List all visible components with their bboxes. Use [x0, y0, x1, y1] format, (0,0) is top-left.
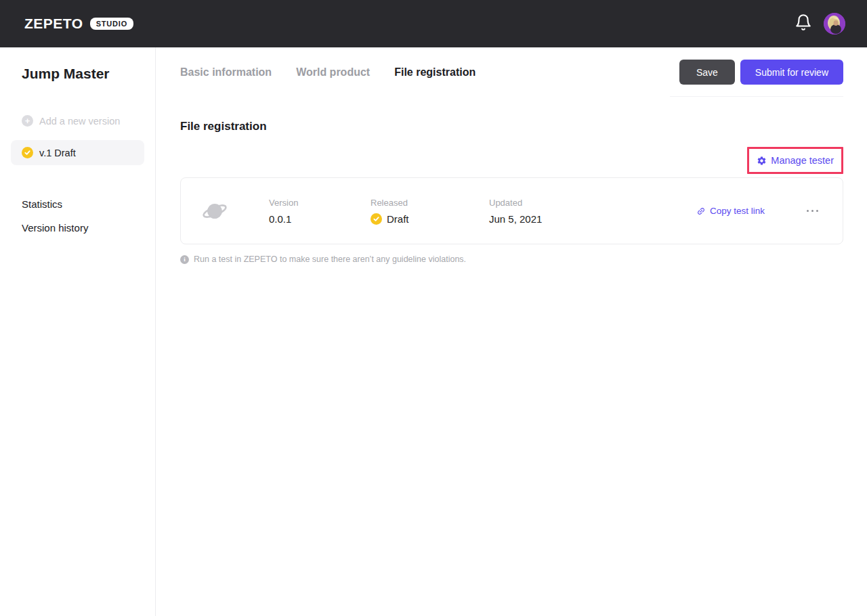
sidebar-item-version-draft[interactable]: v.1 Draft [11, 140, 144, 165]
save-button[interactable]: Save [679, 60, 735, 85]
version-column: Version 0.0.1 [269, 198, 371, 225]
status-badge: Draft [371, 213, 489, 225]
plus-circle-icon: + [22, 115, 33, 127]
manage-tester-row: Manage tester [180, 147, 843, 174]
version-label: Version [269, 198, 371, 208]
tab-world-product[interactable]: World product [296, 66, 370, 79]
tab-basic-information[interactable]: Basic information [180, 66, 272, 79]
bell-icon [795, 14, 812, 34]
tabs: Basic information World product File reg… [180, 66, 475, 79]
tabs-bar: Basic information World product File reg… [180, 47, 843, 85]
updated-value: Jun 5, 2021 [489, 213, 625, 225]
manage-tester-label: Manage tester [771, 155, 834, 166]
user-avatar[interactable] [824, 13, 845, 35]
check-circle-icon [22, 147, 33, 158]
annotation-highlight-box: Manage tester [747, 147, 843, 174]
sidebar: Jump Master + Add a new version v.1 Draf… [0, 47, 156, 616]
submit-for-review-button[interactable]: Submit for review [740, 60, 843, 85]
sidebar-nav: Statistics Version history [11, 192, 144, 240]
page-body: Jump Master + Add a new version v.1 Draf… [0, 47, 867, 616]
notifications-button[interactable] [794, 14, 813, 33]
main-content: Basic information World product File reg… [156, 47, 867, 616]
sidebar-item-version-history[interactable]: Version history [22, 216, 144, 240]
updated-label: Updated [489, 198, 625, 208]
page-title: File registration [180, 120, 843, 133]
released-column: Released Draft [371, 198, 489, 225]
sidebar-item-statistics[interactable]: Statistics [22, 192, 144, 216]
version-item-label: v.1 Draft [39, 148, 76, 158]
updated-column: Updated Jun 5, 2021 [489, 198, 625, 225]
released-label: Released [371, 198, 489, 208]
header-divider [670, 96, 843, 97]
topbar: ZEPETO STUDIO [0, 0, 867, 47]
version-value: 0.0.1 [269, 213, 371, 225]
draft-check-icon [371, 213, 382, 225]
project-title: Jump Master [22, 65, 144, 83]
gear-icon [757, 156, 767, 166]
add-version-label: Add a new version [39, 116, 120, 127]
guideline-note-text: Run a test in ZEPETO to make sure there … [194, 255, 466, 264]
header-actions: Save Submit for review [679, 60, 843, 85]
zepeto-logo[interactable]: ZEPETO STUDIO [24, 16, 133, 32]
guideline-note: i Run a test in ZEPETO to make sure ther… [180, 255, 843, 264]
tab-file-registration[interactable]: File registration [394, 66, 475, 79]
topbar-right [794, 13, 845, 35]
more-options-button[interactable] [805, 206, 820, 216]
copy-test-link-button[interactable]: Copy test link [696, 206, 765, 216]
file-version-card: Version 0.0.1 Released Draft Updated Jun… [180, 177, 843, 244]
copy-test-link-label: Copy test link [710, 206, 765, 216]
add-version-button[interactable]: + Add a new version [22, 115, 144, 127]
info-icon: i [180, 255, 189, 264]
manage-tester-button[interactable]: Manage tester [757, 155, 834, 166]
studio-badge: STUDIO [90, 18, 133, 30]
more-options-icon [807, 210, 809, 212]
planet-icon [201, 198, 228, 225]
logo-text: ZEPETO [24, 16, 83, 32]
released-value: Draft [387, 213, 409, 225]
link-icon [694, 204, 708, 218]
